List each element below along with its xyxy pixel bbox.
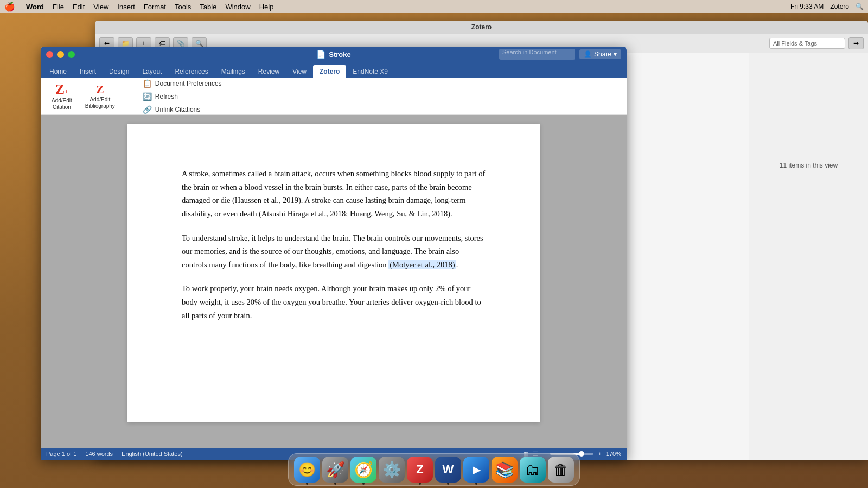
menubar-word[interactable]: Word [26, 3, 44, 11]
quicktime-dot [475, 483, 477, 485]
books-icon: 📚 [495, 461, 514, 479]
menubar-window[interactable]: Window [225, 3, 250, 11]
menubar-table[interactable]: Table [200, 3, 216, 11]
refresh-label: Refresh [155, 93, 178, 100]
zotero-sidebar-right: 11 items in this view [749, 53, 868, 460]
zotero-dock-icon: Z [416, 463, 423, 477]
zotero-forward-btn[interactable]: ➡ [848, 37, 864, 49]
citation-motyer: (Motyer et al., 2018) [388, 260, 456, 269]
dock-launchpad[interactable]: 🚀 [322, 457, 348, 483]
word-doc-title: Stroke [329, 50, 350, 59]
search-document-input[interactable]: Search in Document [499, 49, 575, 60]
word-window: 📄 Stroke Search in Document 👤 Share ▾ Ho… [41, 47, 627, 460]
word-count: 146 words [85, 451, 113, 457]
tab-references[interactable]: References [168, 65, 214, 78]
share-chevron: ▾ [614, 50, 617, 58]
menubar-time: Fri 9:33 AM [790, 3, 824, 10]
menubar: 🍎 Word File Edit View Insert Format Tool… [0, 0, 868, 13]
add-bibliography-label: Add/EditBibliography [85, 97, 115, 110]
dock-finder[interactable]: 😊 [294, 457, 320, 483]
zotero-titlebar: Zotero [95, 21, 868, 34]
menubar-edit[interactable]: Edit [73, 3, 85, 11]
dock-trash[interactable]: 🗑 [548, 457, 574, 483]
close-button[interactable] [46, 51, 53, 58]
menubar-help[interactable]: Help [259, 3, 274, 11]
add-bibliography-icon: Z [96, 84, 104, 95]
word-ribbon-tabs: Home Insert Design Layout References Mai… [41, 62, 627, 78]
document-preferences-button[interactable]: 📋 Document Preferences [139, 78, 225, 89]
maximize-button[interactable] [68, 51, 75, 58]
zotero-items-count: 11 items in this view [780, 162, 838, 169]
tab-insert[interactable]: Insert [73, 65, 103, 78]
dock-quicktime[interactable]: ▶ [463, 457, 489, 483]
dock-safari[interactable]: 🧭 [350, 457, 376, 483]
finder-dot [306, 483, 308, 485]
tab-endnote[interactable]: EndNote X9 [346, 65, 394, 78]
word-titlebar: 📄 Stroke Search in Document 👤 Share ▾ [41, 47, 627, 62]
zotero-title: Zotero [471, 23, 492, 31]
tab-layout[interactable]: Layout [136, 65, 168, 78]
share-icon: 👤 [584, 50, 592, 58]
apple-menu[interactable]: 🍎 [4, 2, 15, 12]
doc-pref-label: Document Preferences [155, 80, 222, 87]
launchpad-dot [334, 483, 336, 485]
unlink-citations-button[interactable]: 🔗 Unlink Citations [139, 104, 225, 115]
tab-view[interactable]: View [286, 65, 313, 78]
trash-icon: 🗑 [553, 461, 569, 479]
refresh-button[interactable]: 🔄 Refresh [139, 91, 225, 102]
zoom-plus-icon[interactable]: + [598, 451, 601, 457]
menubar-right: Fri 9:33 AM Zotero 🔍 [790, 3, 864, 10]
files-icon: 🗂 [525, 461, 540, 479]
desktop: Zotero ⬅ 📁 + 🏷 📎 🔍 All Fields & Tags ➡ 1… [0, 13, 868, 488]
word-page: A stroke, sometimes called a brain attac… [127, 124, 540, 422]
zotero-dot [419, 483, 421, 485]
dock-zotero[interactable]: Z [407, 457, 433, 483]
document-area[interactable]: A stroke, sometimes called a brain attac… [41, 115, 627, 448]
titlebar-right: Search in Document 👤 Share ▾ [499, 49, 621, 60]
quicktime-icon: ▶ [473, 463, 481, 476]
ribbon-divider [127, 83, 127, 110]
menubar-tools[interactable]: Tools [175, 3, 191, 11]
syspref-icon: ⚙️ [382, 461, 401, 479]
word-dot [447, 483, 449, 485]
ribbon-small-items: 📋 Document Preferences 🔄 Refresh 🔗 Unlin… [139, 78, 225, 115]
unlink-icon: 🔗 [143, 105, 152, 114]
tab-home[interactable]: Home [43, 65, 73, 78]
dock-word[interactable]: W [435, 457, 461, 483]
minimize-button[interactable] [57, 51, 64, 58]
paragraph-1: A stroke, sometimes called a brain attac… [182, 167, 486, 221]
zotero-search-box[interactable]: All Fields & Tags [769, 38, 845, 49]
tab-review[interactable]: Review [252, 65, 286, 78]
menubar-file[interactable]: File [53, 3, 64, 11]
word-title-area: 📄 Stroke [316, 50, 350, 59]
tab-zotero[interactable]: Zotero [313, 65, 346, 78]
menubar-view[interactable]: View [93, 3, 108, 11]
menubar-search-icon[interactable]: 🔍 [856, 3, 864, 10]
zotero-search-area: All Fields & Tags ➡ [769, 37, 864, 49]
tab-design[interactable]: Design [103, 65, 136, 78]
zotero-ribbon: Z+ Add/EditCitation Z Add/EditBibliograp… [41, 78, 627, 115]
share-button[interactable]: 👤 Share ▾ [579, 49, 621, 59]
menubar-insert[interactable]: Insert [117, 3, 135, 11]
word-doc-icon: 📄 [316, 50, 326, 59]
tab-mailings[interactable]: Mailings [215, 65, 252, 78]
refresh-icon: 🔄 [143, 92, 152, 101]
add-edit-citation-button[interactable]: Z+ Add/EditCitation [47, 80, 76, 113]
add-edit-bibliography-button[interactable]: Z Add/EditBibliography [81, 81, 119, 112]
doc-pref-icon: 📋 [143, 79, 152, 88]
dock-books[interactable]: 📚 [492, 457, 518, 483]
word-dock-icon: W [443, 463, 454, 477]
add-citation-icon: Z+ [55, 82, 68, 97]
dock-syspref[interactable]: ⚙️ [379, 457, 405, 483]
zoom-thumb [579, 451, 584, 457]
search-doc-placeholder: Search in Document [502, 49, 557, 55]
safari-icon: 🧭 [354, 461, 373, 479]
dock: 😊 🚀 🧭 ⚙️ Z W ▶ 📚 🗂 [288, 453, 580, 486]
menubar-format[interactable]: Format [144, 3, 166, 11]
add-citation-label: Add/EditCitation [52, 98, 72, 111]
dock-files[interactable]: 🗂 [520, 457, 546, 483]
safari-dot [362, 483, 365, 485]
zoom-level: 170% [606, 451, 621, 457]
paragraph-2: To understand stroke, it helps to unders… [182, 232, 486, 272]
language-info: English (United States) [122, 451, 183, 457]
